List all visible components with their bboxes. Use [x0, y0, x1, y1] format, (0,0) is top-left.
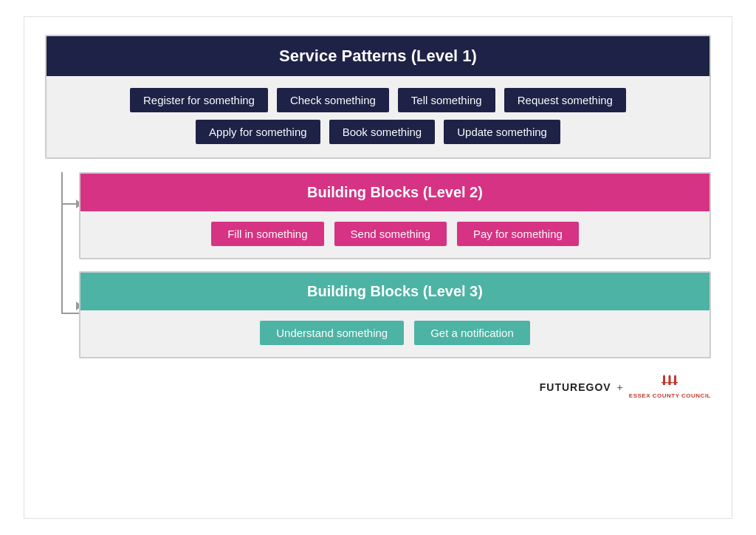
tag-send: Send something	[334, 222, 447, 246]
level2-block: Building Blocks (Level 2) Fill in someth…	[79, 172, 711, 259]
svg-rect-6	[667, 382, 673, 384]
level1-block: Service Patterns (Level 1) Register for …	[45, 35, 711, 159]
level2-header: Building Blocks (Level 2)	[80, 174, 709, 211]
level3-header: Building Blocks (Level 3)	[80, 273, 709, 310]
tag-understand: Understand something	[260, 321, 404, 345]
tag-notification: Get a notification	[414, 321, 530, 345]
page-container: Service Patterns (Level 1) Register for …	[24, 16, 732, 519]
tag-check: Check something	[277, 88, 389, 112]
vertical-line	[61, 172, 63, 314]
level1-row1: Register for something Check something T…	[61, 88, 695, 112]
tag-register: Register for something	[130, 88, 268, 112]
essex-logo: ESSEX COUNTY COUNCIL	[629, 375, 711, 399]
arrow-column	[45, 172, 79, 358]
tag-apply: Apply for something	[196, 120, 320, 144]
tag-fill: Fill in something	[211, 222, 323, 246]
essex-text: ESSEX COUNTY COUNCIL	[629, 392, 711, 399]
tag-update: Update something	[444, 120, 560, 144]
svg-rect-1	[663, 376, 665, 385]
level1-items: Register for something Check something T…	[47, 76, 709, 157]
tag-tell: Tell something	[398, 88, 495, 112]
levels-right: Building Blocks (Level 2) Fill in someth…	[79, 172, 711, 358]
level2-items: Fill in something Send something Pay for…	[80, 211, 709, 258]
level3-block: Building Blocks (Level 3) Understand som…	[79, 271, 711, 358]
arrow2-h	[61, 313, 79, 314]
tag-request: Request something	[504, 88, 626, 112]
footer: FUTUREGOV + ESSEX COUNTY COUNCIL	[45, 372, 711, 399]
svg-rect-7	[674, 376, 676, 385]
essex-icon	[658, 375, 681, 391]
tag-book: Book something	[329, 120, 436, 144]
tag-pay: Pay for something	[457, 222, 579, 246]
svg-rect-9	[673, 382, 678, 384]
plus-sign: +	[617, 381, 623, 393]
level1-row2: Apply for something Book something Updat…	[61, 120, 695, 144]
level3-items: Understand something Get a notification	[80, 310, 709, 357]
level1-header: Service Patterns (Level 1)	[47, 36, 709, 76]
svg-rect-4	[669, 376, 671, 385]
svg-rect-3	[662, 382, 667, 384]
futuregov-label: FUTUREGOV	[540, 381, 611, 393]
